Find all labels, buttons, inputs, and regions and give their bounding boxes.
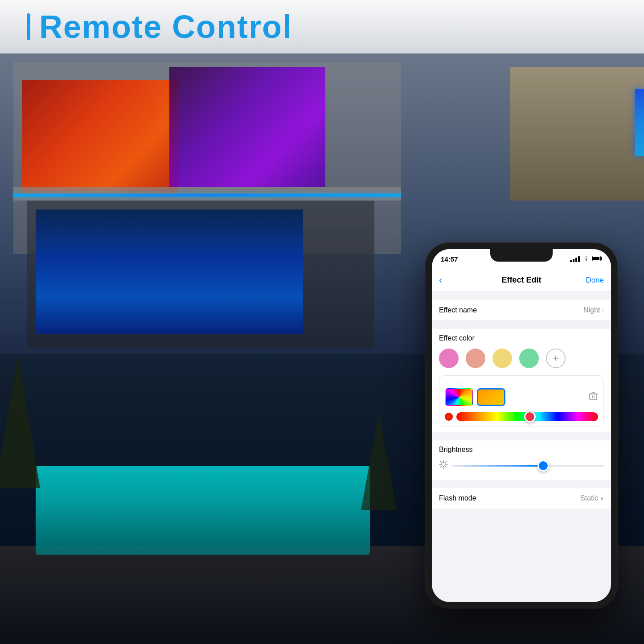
status-icons: [570, 256, 602, 263]
brightness-section: Brightness: [432, 440, 611, 480]
color-mode-row: [445, 388, 598, 406]
svg-point-0: [586, 260, 587, 261]
purple-room: [169, 67, 325, 187]
brightness-slider-row: [439, 460, 604, 471]
battery-icon: [592, 256, 602, 263]
blue-led-strip-right: [635, 89, 644, 156]
effect-color-label: Effect color: [439, 334, 604, 342]
svg-rect-4: [590, 394, 597, 400]
warm-room: [510, 67, 644, 201]
signal-bars-icon: [570, 256, 580, 262]
svg-rect-3: [601, 257, 602, 260]
tree-left: [0, 354, 40, 488]
color-dot-salmon[interactable]: [466, 349, 485, 368]
brightness-icon: [439, 460, 448, 471]
app-content: Effect name Night › Effect color: [432, 292, 611, 526]
flash-mode-value: Static ∨: [580, 494, 604, 502]
delete-color-button[interactable]: [588, 391, 598, 403]
nav-title: Effect Edit: [501, 275, 541, 285]
effect-name-row[interactable]: Effect name Night ›: [432, 300, 611, 321]
svg-line-15: [445, 462, 446, 463]
flash-chevron-icon: ∨: [600, 495, 604, 501]
warm-mode-button[interactable]: [477, 388, 505, 406]
blue-room: [36, 209, 303, 334]
svg-line-14: [445, 466, 446, 467]
phone-shell: 14:57: [426, 243, 617, 608]
red-room: [22, 80, 178, 196]
pool: [36, 466, 370, 555]
phone-screen: 14:57: [432, 249, 611, 602]
brightness-label: Brightness: [439, 446, 604, 454]
svg-rect-2: [593, 257, 599, 260]
effect-name-value: Night ›: [583, 306, 604, 314]
brightness-thumb[interactable]: [537, 460, 549, 472]
color-dot-yellow[interactable]: [492, 349, 512, 368]
flash-mode-label: Flash mode: [439, 494, 476, 502]
header-bar: Remote Control: [0, 0, 644, 53]
status-time: 14:57: [441, 255, 458, 263]
header-accent-bar: [27, 13, 30, 40]
phone-notch: [490, 249, 553, 262]
wifi-icon: [582, 256, 590, 263]
effect-color-section: Effect color +: [432, 329, 611, 432]
spectrum-slider-container: [445, 412, 598, 421]
back-button[interactable]: ‹: [439, 275, 442, 286]
spectrum-track[interactable]: [456, 412, 598, 421]
nav-bar: ‹ Effect Edit Done: [432, 269, 611, 292]
effect-name-label: Effect name: [439, 306, 477, 314]
color-dot-pink[interactable]: [439, 349, 459, 368]
spectrum-thumb[interactable]: [524, 411, 536, 422]
color-picker-card: [439, 375, 604, 427]
chevron-icon: ›: [602, 307, 604, 314]
card-arrow: [456, 381, 462, 386]
svg-point-8: [442, 463, 445, 466]
spectrum-left-dot: [445, 413, 453, 421]
brightness-track[interactable]: [452, 465, 604, 467]
done-button[interactable]: Done: [586, 276, 604, 285]
flash-mode-section[interactable]: Flash mode Static ∨: [432, 488, 611, 509]
svg-line-16: [441, 466, 442, 467]
rainbow-mode-button[interactable]: [445, 388, 473, 406]
svg-line-13: [441, 462, 442, 463]
tree-right: [361, 412, 397, 510]
page-title: Remote Control: [39, 8, 292, 45]
color-dots-row: +: [439, 349, 604, 368]
phone-device: 14:57: [426, 243, 617, 608]
color-dot-mint[interactable]: [519, 349, 539, 368]
add-color-button[interactable]: +: [546, 349, 566, 368]
led-strip: [13, 194, 401, 197]
